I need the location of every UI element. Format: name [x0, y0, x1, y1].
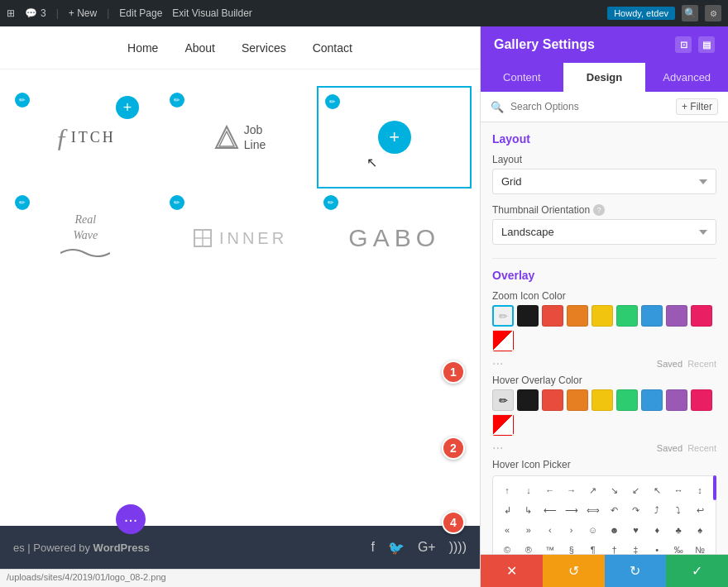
edit-jobline-btn[interactable]: [170, 93, 184, 107]
hover-color-green[interactable]: [616, 389, 638, 411]
panel-maximize-icon[interactable]: ⊡: [675, 36, 692, 53]
icon-sw[interactable]: ↙: [626, 481, 644, 499]
googleplus-icon[interactable]: G+: [418, 540, 436, 555]
icon-curve-left[interactable]: ↶: [605, 501, 623, 519]
icon-angle-left[interactable]: «: [498, 521, 516, 539]
icon-copyright[interactable]: ©: [498, 541, 516, 554]
icon-return-left[interactable]: ↲: [498, 501, 516, 519]
hover-color-purple[interactable]: [666, 389, 687, 411]
orientation-help-icon[interactable]: ?: [593, 204, 605, 216]
new-btn[interactable]: + New: [69, 7, 97, 19]
icon-registered[interactable]: ®: [520, 541, 538, 554]
hover-color-red[interactable]: [542, 389, 563, 411]
icon-double-dagger[interactable]: ‡: [626, 541, 644, 554]
zoom-color-blue[interactable]: [641, 305, 663, 327]
icon-right[interactable]: →: [563, 481, 581, 499]
icon-spade[interactable]: ♠: [691, 521, 709, 539]
icon-undo[interactable]: ↩: [691, 501, 709, 519]
nav-home[interactable]: Home: [127, 41, 158, 55]
orientation-select[interactable]: Landscape Portrait Square: [492, 219, 716, 245]
admin-search-icon[interactable]: 🔍: [682, 5, 698, 21]
facebook-icon[interactable]: f: [371, 540, 374, 555]
icon-long-left[interactable]: ⟵: [541, 501, 559, 519]
icon-picker-scrollbar[interactable]: [713, 475, 716, 500]
hover-eyedropper[interactable]: ✏: [492, 389, 514, 411]
search-input[interactable]: [510, 101, 669, 112]
add-logo-btn[interactable]: +: [378, 121, 411, 154]
nav-services[interactable]: Services: [242, 41, 286, 55]
icon-pilcrow[interactable]: ¶: [584, 541, 602, 554]
icon-dagger[interactable]: †: [605, 541, 623, 554]
reset-left-button[interactable]: ↺: [543, 555, 605, 587]
icon-single-right[interactable]: ›: [563, 521, 581, 539]
zoom-eyedropper[interactable]: ✏: [492, 305, 514, 327]
panel-layout-icon[interactable]: ▤: [698, 36, 715, 53]
icon-down[interactable]: ↓: [520, 481, 538, 499]
icon-per-mille[interactable]: ‰: [669, 541, 687, 554]
icon-arc-up[interactable]: ⤴: [648, 501, 666, 519]
save-button[interactable]: ✓: [666, 555, 728, 587]
icon-single-left[interactable]: ‹: [541, 521, 559, 539]
icon-diamond[interactable]: ♦: [648, 521, 666, 539]
zoom-color-clear[interactable]: [492, 330, 514, 351]
rss-icon[interactable]: )))): [449, 540, 467, 555]
zoom-more-colors[interactable]: ···: [492, 356, 503, 371]
layout-select[interactable]: Grid Masonry Slider: [492, 169, 716, 194]
zoom-color-purple[interactable]: [666, 305, 687, 327]
icon-long-lr[interactable]: ⟺: [584, 501, 602, 519]
zoom-color-green[interactable]: [616, 305, 638, 327]
icon-angle-right[interactable]: »: [520, 521, 538, 539]
icon-smiley[interactable]: ☺: [584, 521, 602, 539]
edit-inner-btn[interactable]: [170, 195, 184, 210]
hover-color-clear[interactable]: [492, 414, 514, 436]
edit-page-btn[interactable]: Edit Page: [119, 7, 162, 19]
icon-up[interactable]: ↑: [498, 481, 516, 499]
admin-settings-icon[interactable]: ⚙: [705, 5, 721, 21]
icon-nw[interactable]: ↖: [648, 481, 666, 499]
icon-lr[interactable]: ↔: [669, 481, 687, 499]
zoom-color-red[interactable]: [542, 305, 563, 327]
nav-contact[interactable]: Contact: [313, 41, 352, 55]
icon-arc-down[interactable]: ⤵: [669, 501, 687, 519]
hover-color-pink[interactable]: [691, 389, 712, 411]
zoom-color-black[interactable]: [517, 305, 539, 327]
more-options-button[interactable]: ···: [116, 504, 146, 534]
icon-bullet[interactable]: •: [648, 541, 666, 554]
icon-heart[interactable]: ♥: [626, 521, 644, 539]
add-float-button[interactable]: +: [116, 96, 139, 119]
icon-numero[interactable]: №: [691, 541, 709, 554]
icon-long-right[interactable]: ⟶: [563, 501, 581, 519]
tab-design[interactable]: Design: [563, 63, 646, 92]
hover-color-orange[interactable]: [567, 389, 588, 411]
reset-right-button[interactable]: ↻: [605, 555, 667, 587]
nav-about[interactable]: About: [184, 41, 215, 55]
zoom-color-pink[interactable]: [691, 305, 712, 327]
logo-cell-add[interactable]: + ↖: [317, 86, 472, 189]
icon-smiley2[interactable]: ☻: [605, 521, 623, 539]
icon-trademark[interactable]: ™: [541, 541, 559, 554]
exit-builder-btn[interactable]: Exit Visual Builder: [172, 7, 252, 19]
twitter-icon[interactable]: 🐦: [388, 540, 405, 556]
icon-club[interactable]: ♣: [669, 521, 687, 539]
edit-pitch-btn[interactable]: [15, 93, 30, 107]
hover-color-black[interactable]: [517, 389, 539, 411]
icon-return-right[interactable]: ↳: [520, 501, 538, 519]
tab-content[interactable]: Content: [481, 63, 563, 92]
wp-icon[interactable]: ⊞: [7, 7, 15, 19]
comments-count[interactable]: 💬 3: [25, 7, 46, 19]
filter-button[interactable]: + Filter: [676, 98, 718, 115]
icon-curve-right[interactable]: ↷: [626, 501, 644, 519]
icon-left[interactable]: ←: [541, 481, 559, 499]
tab-advanced[interactable]: Advanced: [645, 63, 728, 92]
icon-section[interactable]: §: [563, 541, 581, 554]
hover-more-colors[interactable]: ···: [492, 441, 503, 456]
icon-se[interactable]: ↘: [605, 481, 623, 499]
zoom-color-yellow[interactable]: [592, 305, 613, 327]
hover-color-blue[interactable]: [641, 389, 663, 411]
cancel-button[interactable]: ✕: [481, 555, 543, 587]
zoom-color-orange[interactable]: [567, 305, 588, 327]
hover-color-yellow[interactable]: [592, 389, 613, 411]
edit-realwave-btn[interactable]: [15, 195, 30, 210]
icon-ud[interactable]: ↕: [691, 481, 709, 499]
icon-ne[interactable]: ↗: [584, 481, 602, 499]
